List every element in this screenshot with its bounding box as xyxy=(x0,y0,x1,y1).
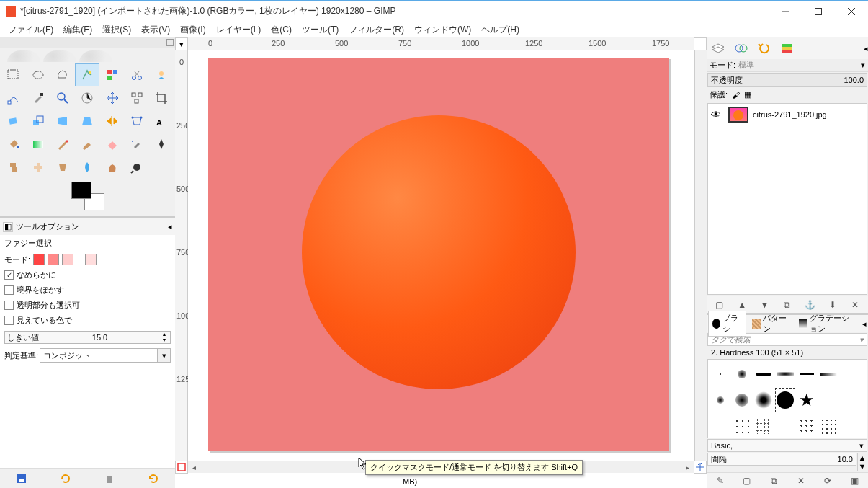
quick-mask-toggle[interactable] xyxy=(175,461,188,474)
fuzzy-select-tool[interactable] xyxy=(75,63,99,86)
layer-name[interactable]: citrus-2791_1920.jpg xyxy=(753,110,827,119)
dock-menu-icon[interactable]: ◂ xyxy=(168,222,172,231)
new-layer-button[interactable]: ▢ xyxy=(712,298,727,311)
brush-spacing-slider[interactable]: 間隔10.0 xyxy=(707,453,856,466)
layer-mode-value[interactable]: 標準 xyxy=(738,60,754,71)
scissors-tool[interactable] xyxy=(125,63,149,86)
menu-windows[interactable]: ウィンドウ(W) xyxy=(409,22,476,38)
menu-select[interactable]: 選択(S) xyxy=(97,22,136,38)
ink-tool[interactable] xyxy=(149,133,174,156)
duplicate-brush-button[interactable]: ⧉ xyxy=(767,475,780,487)
dock-menu-icon[interactable]: ◂ xyxy=(862,319,867,329)
opacity-slider[interactable]: 不透明度 100.0 xyxy=(707,73,867,87)
eraser-tool[interactable] xyxy=(100,133,125,156)
pencil-tool[interactable] xyxy=(50,133,75,156)
raise-layer-button[interactable]: ▲ xyxy=(735,298,749,311)
sample-merged-checkbox[interactable] xyxy=(4,316,14,325)
text-tool[interactable]: A xyxy=(149,110,174,133)
free-select-tool[interactable] xyxy=(50,63,75,86)
layers-tab-icon[interactable] xyxy=(708,39,728,58)
move-tool[interactable] xyxy=(100,86,125,110)
canvas[interactable] xyxy=(188,50,694,461)
delete-brush-button[interactable]: ✕ xyxy=(795,475,807,487)
fg-bg-colors[interactable] xyxy=(0,180,175,216)
rect-select-tool[interactable] xyxy=(1,63,26,86)
criterion-combo-button[interactable]: ▾ xyxy=(158,348,171,363)
layer-thumbnail[interactable] xyxy=(728,107,748,123)
perspective-clone-tool[interactable] xyxy=(50,156,75,179)
brushes-tab[interactable]: ブラシ xyxy=(708,311,746,337)
align-tool[interactable] xyxy=(125,86,149,110)
layer-row[interactable]: 👁 citrus-2791_1920.jpg xyxy=(708,104,867,125)
mode-subtract-icon[interactable] xyxy=(62,254,73,265)
paths-tab-icon[interactable] xyxy=(777,39,797,58)
criterion-combo[interactable]: コンポジット xyxy=(40,348,158,363)
dodge-burn-tool[interactable] xyxy=(125,156,149,179)
heal-tool[interactable] xyxy=(26,156,50,179)
mode-intersect-icon[interactable] xyxy=(85,254,97,265)
restore-preset-icon[interactable] xyxy=(59,472,72,485)
ruler-horizontal[interactable]: 0 250 500 750 1000 1250 1500 1750 xyxy=(188,37,694,50)
threshold-slider[interactable]: しきい値 15.0 ▲▼ xyxy=(4,331,171,344)
measure-tool[interactable] xyxy=(75,86,99,110)
mode-add-icon[interactable] xyxy=(48,254,59,265)
lock-pixels-icon[interactable]: 🖌 xyxy=(732,91,740,99)
image-canvas[interactable] xyxy=(208,58,669,451)
blend-tool[interactable] xyxy=(26,133,50,156)
perspective-tool[interactable] xyxy=(75,110,99,133)
refresh-brushes-button[interactable]: ⟳ xyxy=(821,475,834,487)
select-transparent-checkbox[interactable] xyxy=(4,301,14,310)
brush-grid[interactable]: ★ xyxy=(707,359,867,438)
zoom-tool[interactable] xyxy=(50,86,75,110)
channels-tab-icon[interactable] xyxy=(731,39,751,58)
paintbrush-tool[interactable] xyxy=(75,133,99,156)
undo-tab-icon[interactable] xyxy=(754,39,774,58)
edit-brush-button[interactable]: ✎ xyxy=(714,475,727,487)
scale-tool[interactable] xyxy=(26,110,50,133)
image-menu-button[interactable]: ▾ xyxy=(175,37,188,50)
layer-list[interactable]: 👁 citrus-2791_1920.jpg xyxy=(707,103,867,295)
gradients-tab[interactable]: グラデーション xyxy=(795,311,859,337)
menu-layer[interactable]: レイヤー(L) xyxy=(211,22,267,38)
vertical-scrollbar[interactable] xyxy=(694,50,707,461)
delete-preset-icon[interactable] xyxy=(103,472,116,485)
save-preset-icon[interactable] xyxy=(15,472,28,485)
airbrush-tool[interactable] xyxy=(125,133,149,156)
close-button[interactable] xyxy=(835,1,868,22)
open-as-image-button[interactable]: ▣ xyxy=(848,475,861,487)
cage-tool[interactable] xyxy=(125,110,149,133)
menu-image[interactable]: 画像(I) xyxy=(175,22,210,38)
menu-colors[interactable]: 色(C) xyxy=(266,22,297,38)
mode-replace-icon[interactable] xyxy=(33,254,45,265)
rotate-tool[interactable] xyxy=(1,110,26,133)
menu-view[interactable]: 表示(V) xyxy=(136,22,175,38)
tool-options-tab-icon[interactable]: ◧ xyxy=(3,222,13,232)
foreground-select-tool[interactable] xyxy=(149,63,174,86)
bucket-fill-tool[interactable] xyxy=(1,133,26,156)
color-picker-tool[interactable] xyxy=(26,86,50,110)
delete-layer-button[interactable]: ✕ xyxy=(848,298,862,311)
menu-file[interactable]: ファイル(F) xyxy=(3,22,58,38)
reset-preset-icon[interactable] xyxy=(147,472,160,485)
maximize-button[interactable] xyxy=(802,1,835,22)
clone-tool[interactable] xyxy=(1,156,26,179)
antialias-checkbox[interactable] xyxy=(4,270,14,280)
merge-down-button[interactable]: ⬇ xyxy=(826,298,840,311)
shear-tool[interactable] xyxy=(50,110,75,133)
lock-alpha-icon[interactable]: ▦ xyxy=(744,90,751,99)
anchor-layer-button[interactable]: ⚓ xyxy=(802,298,817,311)
crop-tool[interactable] xyxy=(149,86,174,110)
zoom-fit-button[interactable] xyxy=(694,37,707,50)
patterns-tab[interactable]: パターン xyxy=(748,311,793,337)
menu-filters[interactable]: フィルター(R) xyxy=(344,22,409,38)
flip-tool[interactable] xyxy=(100,110,125,133)
ellipse-select-tool[interactable] xyxy=(26,63,50,86)
lower-layer-button[interactable]: ▼ xyxy=(758,298,772,311)
navigation-button[interactable] xyxy=(694,461,707,474)
duplicate-layer-button[interactable]: ⧉ xyxy=(780,298,795,311)
menu-help[interactable]: ヘルプ(H) xyxy=(476,22,524,38)
menu-tools[interactable]: ツール(T) xyxy=(297,22,344,38)
brush-preset-combo[interactable]: Basic,▾ xyxy=(707,439,867,452)
feather-checkbox[interactable] xyxy=(4,285,14,295)
minimize-button[interactable] xyxy=(769,1,802,22)
